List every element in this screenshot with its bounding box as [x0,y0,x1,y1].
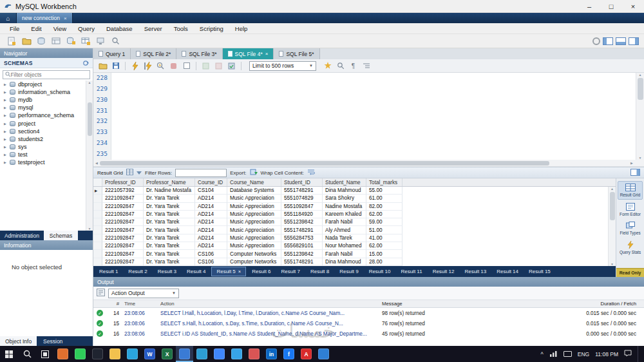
schema-tree-item[interactable]: ▶ students2 [0,135,93,143]
clock[interactable]: 11:08 PM [595,351,618,357]
taskbar-app-icon[interactable]: X [158,346,176,362]
refresh-schemas-icon[interactable] [82,60,89,66]
table-cell[interactable]: AD214 [195,242,227,250]
schema-tree-item[interactable]: ▶ information_schema [0,88,93,96]
taskbar-app-icon[interactable]: A [298,346,315,362]
scroll-up-icon[interactable]: ▲ [88,81,91,84]
expander-icon[interactable]: ▶ [4,98,10,102]
tab-session[interactable]: Session [37,336,69,346]
table-cell[interactable]: Dina Mahmoud [323,187,366,195]
table-cell[interactable]: Music Appreciation [227,234,281,242]
close-button[interactable]: × [622,0,644,12]
output-mode-dropdown[interactable]: Action Output ▼ [108,289,179,298]
taskbar-app-icon[interactable] [124,346,141,362]
table-row[interactable]: 2221092847 Dr. Yara Tarek CS106 Computer… [93,250,616,258]
table-cell[interactable]: Dr. Yara Tarek [144,226,195,234]
column-header[interactable]: Course_Name [227,178,281,186]
table-cell[interactable]: Dr. Yara Tarek [144,218,195,226]
commit-icon[interactable] [200,61,211,71]
filter-rows-input[interactable] [175,169,227,177]
table-cell[interactable]: Dr. Yara Tarek [144,242,195,250]
limit-rows-dropdown[interactable]: Limit to 500 rows ▼ [249,61,316,71]
network-icon[interactable] [549,350,558,358]
table-cell[interactable]: Farah Nabil [323,218,366,226]
table-cell[interactable]: Dr. Yara Tarek [144,250,195,258]
scrollbar-thumb[interactable] [638,78,643,100]
table-cell[interactable]: 5551092847 [281,203,323,211]
row-header-cell[interactable] [93,242,102,250]
result-tab[interactable]: Result 5 × [211,267,246,276]
table-cell[interactable]: 51.00 [366,226,402,234]
export-icon[interactable] [250,169,258,177]
result-tab[interactable]: Result 10 [365,267,395,276]
table-cell[interactable]: AD214 [195,234,227,242]
result-tab[interactable]: Result 7 [277,267,305,276]
table-cell[interactable]: Music Appreciation [227,226,281,234]
menu-item[interactable]: Tools [168,25,194,32]
table-cell[interactable]: Dr. Nadine Mostafa [144,187,195,195]
table-cell[interactable]: 5551184920 [281,211,323,218]
expander-icon[interactable]: ▶ [4,160,10,164]
table-row[interactable]: 2221092847 Dr. Yara Tarek AD214 Music Ap… [93,234,616,242]
close-result-tab-icon[interactable]: × [238,269,241,274]
table-cell[interactable]: AD214 [195,211,227,218]
side-panel-query-stats-button[interactable]: Query Stats [618,239,643,256]
result-tab[interactable]: Result 13 [460,267,491,276]
home-tab[interactable]: ⌂ [0,13,17,23]
task-view-icon[interactable] [36,346,54,362]
tab-schemas[interactable]: Schemas [44,231,78,240]
table-row[interactable]: 2221092847 Dr. Yara Tarek AD214 Music Ap… [93,226,616,234]
toggle-output-area-icon[interactable] [616,37,626,45]
expander-icon[interactable]: ▶ [4,129,10,133]
table-cell[interactable]: Computer Networks [227,258,281,266]
scroll-up-icon[interactable]: ▲ [639,73,642,77]
schema-tree-item[interactable]: ▶ testproject [0,158,93,166]
result-tab[interactable]: Result 9 [335,267,363,276]
beautify-script-icon[interactable] [322,61,333,71]
table-cell[interactable]: 5551074829 [281,195,323,202]
show-desktop-strip[interactable] [638,346,640,362]
new-query-tab-icon[interactable] [5,35,18,46]
menu-item[interactable]: View [48,25,72,32]
table-cell[interactable]: 2221092847 [102,203,144,211]
table-cell[interactable]: Database Systems [227,187,281,195]
toggle-secondary-sidebar-icon[interactable] [629,37,639,45]
schema-tree-item[interactable]: ▶ mysql [0,104,93,111]
show-hidden-icons-chevron[interactable]: ^ [541,351,544,357]
result-tab[interactable]: Result 11 [396,267,426,276]
menu-item[interactable]: Edit [25,25,47,32]
result-tab[interactable]: Result 15 [524,267,555,276]
column-header[interactable]: Student_ID [281,178,323,186]
table-cell[interactable]: 2221092847 [102,218,144,226]
language-indicator[interactable]: ENG [578,351,589,357]
table-cell[interactable]: Music Appreciation [227,211,281,218]
create-schema-icon[interactable] [64,35,77,46]
table-row[interactable]: 2221092847 Dr. Yara Tarek AD214 Music Ap… [93,242,616,250]
taskbar-app-icon[interactable]: f [280,346,298,362]
output-row[interactable]: ✓ 14 23:08:06 SELECT l.Hall, h.Location,… [93,308,644,318]
minimize-button[interactable]: – [578,0,600,12]
scrollbar-thumb[interactable] [88,102,92,136]
table-cell[interactable]: 2221092847 [102,234,144,242]
table-cell[interactable]: 15.00 [366,250,402,258]
table-cell[interactable]: 62.00 [366,242,402,250]
connection-tab[interactable]: new connection × [17,13,73,23]
schema-tree-item[interactable]: ▶ sys [0,143,93,151]
scrollbar-thumb[interactable] [100,161,549,166]
table-cell[interactable]: 55.00 [366,187,402,195]
toggle-side-panel-icon[interactable] [630,169,640,177]
table-cell[interactable]: 61.00 [366,195,402,202]
indent-icon[interactable] [361,61,372,71]
filter-icon[interactable] [137,171,142,175]
new-model-icon[interactable] [35,35,48,46]
expander-icon[interactable]: ▶ [4,122,10,126]
output-row[interactable]: ✓ 16 23:08:06 SELECT i.ID AS Student_ID,… [93,329,644,339]
table-cell[interactable]: Nour Mohamed [323,242,366,250]
table-cell[interactable]: AD214 [195,226,227,234]
side-panel-result-grid-button[interactable]: Result Grid [618,181,643,200]
preferences-icon[interactable] [592,37,600,45]
table-cell[interactable]: Music Appreciation [227,242,281,250]
table-cell[interactable]: Music Appreciation [227,218,281,226]
scrollbar-thumb[interactable] [610,192,615,220]
schema-tree-item[interactable]: ▶ project [0,119,93,127]
